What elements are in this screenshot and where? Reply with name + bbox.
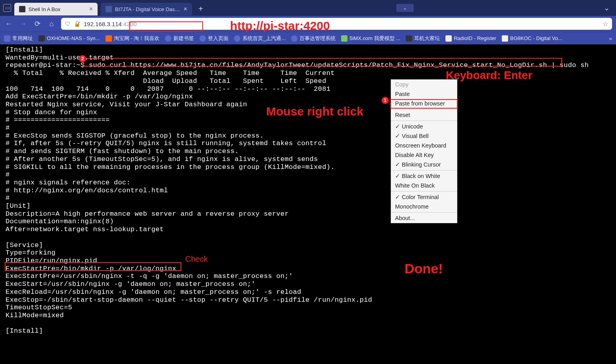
tab-label: Shell In A Box — [29, 6, 86, 12]
bookmark-favicon — [502, 35, 508, 42]
url-text: 192.168.3.114:4200 — [84, 21, 136, 27]
bookmark-item[interactable]: 耳机大家坛 — [406, 35, 440, 42]
bookmark-label: 登入页面 — [208, 35, 228, 42]
tab-overview-icon[interactable]: ▭ — [3, 4, 11, 12]
menu-separator — [391, 212, 457, 213]
close-icon[interactable]: × — [184, 6, 187, 13]
bookmark-label: RadioID - Register — [454, 35, 496, 41]
bookmark-item[interactable]: 登入页面 — [200, 35, 228, 42]
back-button[interactable]: ← — [4, 20, 13, 28]
bookmark-item[interactable]: 常用网址 — [4, 35, 33, 42]
bookmark-label: 系统首页_上汽通... — [242, 35, 286, 42]
menu-item-unicode[interactable]: Unicode — [391, 122, 457, 131]
home-button[interactable]: ⌂ — [47, 20, 56, 28]
menu-separator — [391, 170, 457, 171]
menu-item-visual-bell[interactable]: Visual Bell — [391, 131, 457, 141]
context-menu: CopyPastePaste from browserResetUnicodeV… — [391, 79, 457, 223]
bookmark-label: 百事达管理系统 — [299, 35, 336, 42]
url-bar[interactable]: 🛡 🔒̸ 192.168.3.114:4200 ☆ — [61, 18, 612, 30]
bookmark-item[interactable]: 5iMX.com 我爱模型 ... — [341, 35, 400, 42]
bookmark-item[interactable]: RadioID - Register — [445, 35, 496, 42]
bookmarks-toolbar: 常用网址OXHOME-NAS - Syn...淘宝网 - 淘！我喜欢新建书签登入… — [0, 32, 616, 44]
bookmark-label: 淘宝网 - 淘！我喜欢 — [114, 35, 160, 42]
tab-favicon — [106, 6, 112, 12]
new-tab-button[interactable]: + — [195, 3, 206, 14]
bookmark-favicon — [4, 35, 10, 42]
menu-item-blinking-cursor[interactable]: Blinking Cursor — [391, 160, 457, 169]
close-icon[interactable]: × — [89, 6, 93, 13]
menu-separator — [391, 109, 457, 109]
bookmark-favicon — [406, 35, 412, 42]
menu-item-reset[interactable]: Reset — [391, 110, 457, 120]
menu-item-copy: Copy — [391, 80, 457, 89]
bookmark-favicon — [341, 35, 347, 42]
bookmark-star-icon[interactable]: ☆ — [603, 20, 608, 28]
bookmark-favicon — [445, 35, 452, 42]
insecure-lock-icon[interactable]: 🔒̸ — [74, 21, 81, 27]
bookmark-label: 5iMX.com 我爱模型 ... — [349, 35, 400, 42]
bookmarks-overflow-chevron-icon[interactable]: » — [609, 35, 612, 42]
bookmark-label: 耳机大家坛 — [414, 35, 440, 42]
tab-bi7jta-dashboard[interactable]: BI7JTA - Digital Voice Dashb × — [101, 3, 192, 15]
menu-item-paste[interactable]: Paste — [391, 89, 457, 99]
tab-label: BI7JTA - Digital Voice Dashb — [115, 6, 180, 12]
bookmark-item[interactable]: BG8KOC - Digital Vo... — [502, 35, 562, 42]
bookmark-label: 新建书签 — [173, 35, 194, 42]
shield-icon[interactable]: 🛡 — [65, 21, 71, 27]
menu-item-black-on-white[interactable]: Black on White — [391, 171, 457, 181]
window-caret-icon[interactable]: ⌄ — [396, 4, 414, 12]
bookmark-item[interactable]: 系统首页_上汽通... — [234, 35, 286, 42]
tab-favicon — [19, 6, 25, 12]
menu-item-monochrome[interactable]: Monochrome — [391, 202, 457, 211]
window-titlebar: ▭ Shell In A Box × BI7JTA - Digital Voic… — [0, 0, 616, 16]
bookmark-favicon — [165, 35, 171, 42]
window-menu-chevron-icon[interactable]: ⌄ — [604, 4, 613, 12]
menu-separator — [391, 191, 457, 192]
bookmark-favicon — [291, 35, 297, 42]
reload-button[interactable]: ⟳ — [33, 19, 42, 28]
menu-item-disable-alt-key[interactable]: Disable Alt Key — [391, 150, 457, 160]
bookmark-item[interactable]: 淘宝网 - 淘！我喜欢 — [106, 35, 160, 42]
tab-shell-in-a-box[interactable]: Shell In A Box × — [14, 3, 98, 15]
terminal-output[interactable]: [Install] WantedBy=multi-user.target rep… — [0, 44, 616, 364]
bookmark-favicon — [38, 35, 45, 42]
menu-item-paste-from-browser[interactable]: Paste from browser — [391, 99, 457, 108]
bookmark-label: OXHOME-NAS - Syn... — [47, 35, 100, 41]
menu-item-color-terminal[interactable]: Color Terminal — [391, 192, 457, 202]
forward-button[interactable]: → — [18, 20, 28, 28]
bookmark-item[interactable]: OXHOME-NAS - Syn... — [38, 35, 100, 42]
navigation-toolbar: ← → ⟳ ⌂ 🛡 🔒̸ 192.168.3.114:4200 ☆ — [0, 16, 616, 32]
bookmark-label: BG8KOC - Digital Vo... — [510, 35, 562, 41]
menu-item-onscreen-keyboard[interactable]: Onscreen Keyboard — [391, 141, 457, 150]
bookmark-item[interactable]: 百事达管理系统 — [291, 35, 336, 42]
bookmark-favicon — [106, 35, 112, 42]
bookmark-item[interactable]: 新建书签 — [165, 35, 194, 42]
bookmark-favicon — [200, 35, 206, 42]
bookmark-favicon — [234, 35, 240, 42]
menu-separator — [391, 121, 457, 121]
menu-item-white-on-black[interactable]: White On Black — [391, 181, 457, 190]
bookmark-label: 常用网址 — [12, 35, 33, 42]
menu-item-about[interactable]: About... — [391, 213, 457, 223]
